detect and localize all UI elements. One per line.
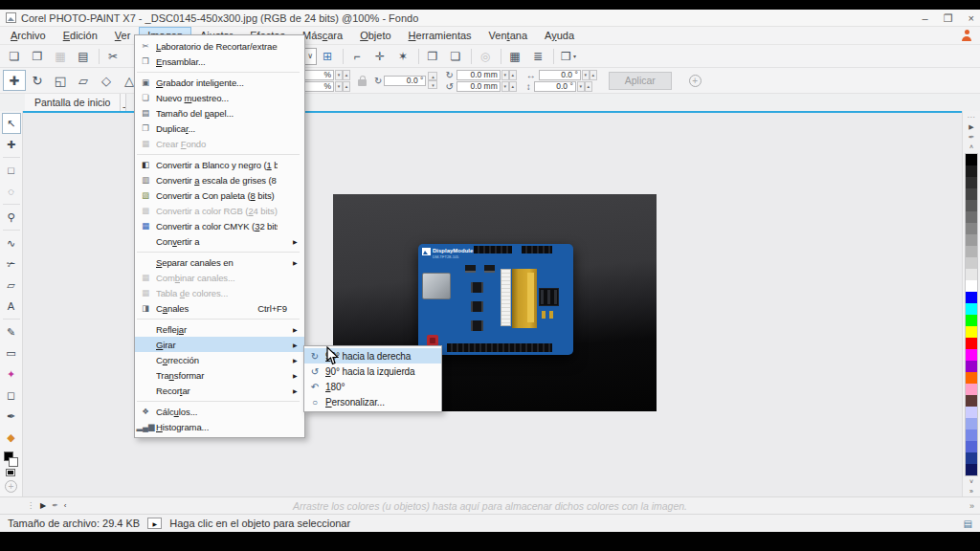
new-document-icon[interactable]: ❏ — [4, 47, 27, 66]
center-x-field[interactable]: 0.0 mm — [457, 70, 501, 80]
lock-ratio-icon[interactable] — [358, 79, 367, 86]
document-tab[interactable]: _DSC0145-450x300.jpg — [121, 94, 126, 111]
text-tool[interactable]: A — [2, 296, 21, 317]
rectangle-mask-tool[interactable]: □ — [2, 160, 21, 181]
sign-in-icon[interactable] — [961, 30, 972, 41]
print-icon[interactable]: ▤ — [73, 47, 96, 66]
imagen-menu-item[interactable]: ❒ Ensamblar... — [135, 54, 304, 69]
girar-submenu-item[interactable]: ↶ 180° — [304, 379, 441, 394]
skew-vertical-spinner[interactable]: ▾▴ — [577, 81, 592, 92]
imagen-menu-item[interactable]: ▥ Convertir a escala de grises (8 bits).… — [135, 172, 304, 187]
imagen-menu-item[interactable]: ❏ Nuevo muestreo... — [135, 90, 304, 105]
imagen-menu-item[interactable]: Separar canales en ▶ — [135, 254, 304, 270]
palette-swatch[interactable] — [966, 303, 977, 315]
scale-mode-icon[interactable]: ◱ — [49, 70, 72, 91]
open-folder-icon[interactable]: ❐ — [27, 47, 50, 66]
status-play-icon[interactable]: ▶ — [147, 518, 162, 529]
export-image-icon[interactable]: ❐ — [422, 47, 445, 66]
rotate-mode-icon[interactable]: ↻ — [26, 70, 49, 91]
palette-swatch[interactable] — [966, 223, 977, 234]
palette-swatch[interactable] — [966, 200, 977, 211]
imagen-menu-item[interactable]: ❐ Duplicar... — [135, 121, 304, 136]
restore-button[interactable]: ❐ — [944, 11, 953, 26]
palette-swatch[interactable] — [966, 338, 977, 349]
imagen-menu-item[interactable]: ▦ Convertir a color CMYK (32 bits) — [135, 218, 304, 233]
center-y-spinner[interactable]: ▾▴ — [501, 81, 517, 92]
menu-ventana[interactable]: Ventana — [480, 27, 536, 44]
center-x-spinner[interactable]: ▾▴ — [501, 70, 517, 80]
toolbox-tool[interactable] — [3, 319, 20, 320]
imagen-menu-item[interactable]: Convertir a ▶ — [135, 233, 304, 249]
palette-swatch[interactable] — [966, 326, 977, 338]
palette-swatch[interactable] — [966, 257, 977, 269]
imagen-menu-item[interactable]: Transformar ▶ — [135, 367, 304, 383]
girar-submenu-item[interactable]: ○ Personalizar... — [304, 394, 441, 409]
proof-settings-icon[interactable]: ▤ — [964, 518, 972, 529]
save-icon[interactable]: ▦ — [50, 47, 73, 66]
toolbar-icon[interactable] — [343, 49, 344, 64]
palette-swatch[interactable] — [966, 246, 977, 257]
imagen-menu-item[interactable]: Reflejar ▶ — [135, 321, 304, 337]
application-launcher-icon[interactable]: ❒▾ — [557, 47, 580, 66]
menu-edicion[interactable]: Edición — [55, 27, 106, 44]
toolbar-icon[interactable] — [99, 49, 100, 64]
fill-color-swatch[interactable] — [6, 469, 15, 476]
palette-swatch[interactable] — [966, 430, 977, 441]
color-well[interactable] — [2, 452, 21, 474]
palette-swatch[interactable] — [966, 452, 977, 464]
imagen-menu-item[interactable]: ▩ Convertir a color RGB (24 bits) — [135, 203, 304, 218]
mask-transform-tool[interactable]: ✚ — [2, 134, 21, 155]
rotate-angle-spinner[interactable]: ▴▾ — [428, 72, 437, 89]
eyedropper-tool[interactable]: ✒ — [2, 406, 21, 427]
palette-swatch[interactable] — [966, 154, 977, 165]
full-screen-preview-icon[interactable]: ⌐ — [346, 47, 369, 66]
palette-swatch[interactable] — [966, 441, 977, 452]
show-guides-icon[interactable]: ✛ — [369, 47, 392, 66]
palette-flyout-icon[interactable]: ▶ — [969, 122, 973, 133]
rectangle-tool[interactable]: ▭ — [2, 342, 21, 364]
palette-swatch[interactable] — [966, 315, 977, 326]
palette-swatch[interactable] — [966, 211, 977, 223]
imagen-menu-item[interactable]: ◧ Convertir a Blanco y negro (1 bit)... — [135, 157, 304, 172]
cut-icon[interactable]: ✂ — [102, 47, 125, 66]
palette-swatch[interactable] — [966, 269, 977, 280]
minimize-button[interactable]: – — [923, 11, 928, 26]
center-y-field[interactable]: 0.0 mm — [457, 81, 501, 92]
palette-scroll-down[interactable]: ˅ — [969, 476, 973, 487]
palette-swatch[interactable] — [966, 372, 977, 384]
palette-swatch[interactable] — [966, 165, 977, 177]
macro-manager-icon[interactable]: ≣ — [527, 47, 550, 66]
palette-swatch[interactable] — [966, 280, 977, 292]
palette-swatch[interactable] — [966, 384, 977, 395]
rotate-angle-field[interactable]: 0.0 ° — [384, 76, 426, 86]
palette-more-icon[interactable]: » — [969, 487, 973, 497]
customize-toolbox-icon[interactable]: + — [5, 480, 17, 493]
shape-tool[interactable]: ◻ — [2, 385, 21, 406]
menu-archivo[interactable]: Archivo — [2, 27, 55, 44]
menu-ayuda[interactable]: Ayuda — [536, 27, 583, 44]
imagen-menu-item[interactable]: ▦ Crear Fondo — [135, 136, 304, 151]
image-palette-more-icon[interactable]: » — [969, 501, 974, 511]
imagen-menu-item[interactable]: ▦ Tabla de colores... — [135, 285, 304, 300]
add-property-icon[interactable]: + — [689, 75, 702, 87]
position-mode-icon[interactable]: ✚ — [3, 70, 26, 91]
fill-tool[interactable]: ◆ — [2, 427, 21, 448]
toolbox-tool[interactable] — [3, 230, 20, 231]
toolbar-icon[interactable] — [553, 49, 554, 64]
toolbar-icon[interactable] — [418, 49, 419, 64]
skew-horizontal-spinner[interactable]: ▾▴ — [582, 70, 597, 80]
magic-wand-icon[interactable]: ✶ — [392, 47, 415, 66]
girar-submenu-item[interactable]: ↻ 90° hacia la derecha — [304, 348, 441, 364]
distort-mode-icon[interactable]: ◇ — [95, 70, 118, 91]
document-tab[interactable]: Pantalla de inicio — [25, 94, 121, 111]
palette-swatch[interactable] — [966, 188, 977, 200]
imagen-menu-item[interactable]: Girar ▶ — [135, 337, 304, 352]
imagen-menu-item[interactable]: ✂ Laboratorio de Recortar/extraer... — [135, 38, 304, 54]
toolbox-tool[interactable] — [3, 204, 20, 205]
palette-swatch[interactable] — [966, 395, 977, 407]
toolbar-icon[interactable] — [471, 49, 472, 64]
palette-eyedropper-icon[interactable]: ✒ — [969, 132, 975, 143]
imagen-menu-item[interactable]: Recortar ▶ — [135, 383, 304, 398]
palette-grip[interactable]: ⋯ — [968, 112, 976, 122]
zoom-100-icon[interactable]: ⊞ — [317, 47, 340, 66]
